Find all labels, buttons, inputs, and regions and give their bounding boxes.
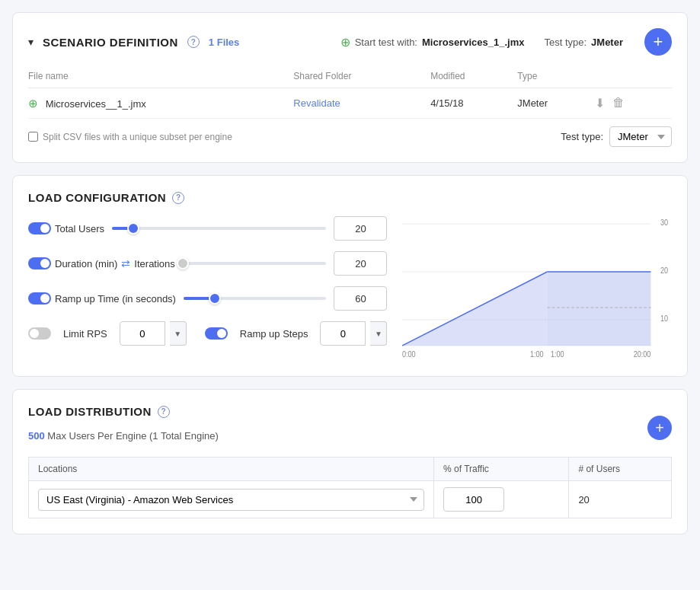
svg-text:1:00: 1:00 bbox=[551, 350, 564, 359]
test-type-select-label: Test type: bbox=[561, 131, 603, 142]
start-test-filename: Microservices_1_.jmx bbox=[422, 37, 524, 48]
duration-switch[interactable] bbox=[28, 257, 51, 269]
collapse-chevron[interactable]: ▾ bbox=[28, 36, 34, 48]
ramp-steps-dropdown-btn[interactable]: ▼ bbox=[370, 321, 387, 346]
file-name: Microservices__1_.jmx bbox=[46, 98, 146, 110]
chart-wrapper: 30 20 10 bbox=[402, 216, 672, 361]
limit-rps-dropdown-btn[interactable]: ▼ bbox=[170, 321, 187, 346]
slider-thumb[interactable] bbox=[127, 222, 139, 234]
dist-add-button[interactable]: + bbox=[647, 416, 672, 440]
ramp-up-knob bbox=[40, 294, 50, 303]
test-type-divider-label: Test type: bbox=[544, 37, 587, 48]
traffic-input[interactable]: 100 bbox=[443, 487, 504, 512]
load-dist-title: LOAD DISTRIBUTION ? bbox=[28, 405, 219, 418]
file-action-buttons: ⬇ 🗑 bbox=[595, 96, 666, 110]
ramp-up-track bbox=[184, 297, 326, 300]
split-csv-checkbox[interactable] bbox=[28, 132, 38, 142]
total-users-knob bbox=[40, 224, 50, 233]
col-filename: File name bbox=[28, 68, 293, 88]
scenario-help-icon[interactable]: ? bbox=[187, 36, 200, 48]
ramp-up-row: Ramp up Time (in seconds) 60 bbox=[28, 286, 387, 311]
ramp-up-switch[interactable] bbox=[28, 292, 51, 305]
limit-rps-toggle[interactable] bbox=[28, 327, 51, 340]
modified-cell: 4/15/18 bbox=[430, 88, 517, 119]
dist-col-users: # of Users bbox=[569, 458, 672, 481]
max-users-highlight: 500 bbox=[28, 430, 45, 442]
limit-rps-input[interactable]: 0 bbox=[120, 321, 165, 346]
dist-col-location: Locations bbox=[29, 458, 434, 481]
slider-track bbox=[112, 227, 326, 230]
total-users-row: Total Users 20 bbox=[28, 216, 387, 241]
load-config-body: Total Users 20 bbox=[28, 216, 672, 361]
split-csv-label[interactable]: Split CSV files with a unique subset per… bbox=[28, 132, 232, 142]
duration-toggle[interactable]: Duration (min) ⇄ Iterations bbox=[28, 257, 175, 269]
max-users-rest: Max Users Per Engine (1 Total Engine) bbox=[47, 430, 218, 442]
limit-rps-control: 0 ▼ bbox=[120, 321, 187, 346]
ramp-steps-input[interactable]: 0 bbox=[320, 321, 366, 346]
total-users-toggle[interactable]: Total Users bbox=[28, 222, 104, 234]
users-value: 20 bbox=[578, 494, 589, 505]
file-status-icon: ⊕ bbox=[28, 97, 38, 110]
duration-row: Duration (min) ⇄ Iterations 20 bbox=[28, 251, 387, 276]
hold-area bbox=[548, 272, 651, 346]
svg-text:0:00: 0:00 bbox=[402, 350, 416, 359]
ramp-up-slider[interactable] bbox=[184, 291, 326, 306]
ramp-up-thumb[interactable] bbox=[209, 292, 221, 305]
file-table: File name Shared Folder Modified Type ⊕ … bbox=[28, 68, 672, 119]
duration-track bbox=[183, 262, 327, 265]
green-status-icon: ⊕ bbox=[340, 35, 350, 49]
limit-rps-switch[interactable] bbox=[28, 327, 51, 340]
total-users-label: Total Users bbox=[55, 223, 104, 234]
table-row: ⊕ Microservices__1_.jmx Revalidate 4/15/… bbox=[28, 88, 672, 119]
users-cell: 20 bbox=[569, 481, 672, 518]
col-modified: Modified bbox=[430, 68, 517, 88]
duration-slider[interactable] bbox=[183, 256, 327, 271]
delete-icon[interactable]: 🗑 bbox=[612, 96, 625, 110]
load-controls: Total Users 20 bbox=[28, 216, 387, 361]
dist-table-row: US East (Virginia) - Amazon Web Services… bbox=[29, 481, 672, 518]
load-distribution-card: LOAD DISTRIBUTION ? 500 Max Users Per En… bbox=[12, 389, 688, 534]
test-type-value: JMeter bbox=[591, 37, 623, 48]
split-csv-text: Split CSV files with a unique subset per… bbox=[43, 132, 232, 142]
load-dist-header: LOAD DISTRIBUTION ? 500 Max Users Per En… bbox=[28, 405, 219, 451]
load-dist-help-icon[interactable]: ? bbox=[158, 406, 170, 418]
dist-col-traffic: % of Traffic bbox=[434, 458, 569, 481]
col-shared: Shared Folder bbox=[293, 68, 430, 88]
ramp-steps-toggle[interactable] bbox=[205, 327, 228, 340]
svg-text:30: 30 bbox=[660, 218, 668, 228]
download-icon[interactable]: ⬇ bbox=[595, 96, 605, 110]
limit-rps-label: Limit RPS bbox=[63, 328, 107, 340]
file-actions-cell: ⬇ 🗑 bbox=[595, 88, 672, 119]
revalidate-link[interactable]: Revalidate bbox=[293, 97, 340, 109]
start-test-info: ⊕ Start test with: Microservices_1_.jmx … bbox=[340, 35, 623, 49]
ramp-up-input[interactable]: 60 bbox=[334, 286, 387, 311]
load-config-help-icon[interactable]: ? bbox=[172, 192, 184, 204]
iterations-label: Iterations bbox=[134, 258, 174, 269]
load-chart: 30 20 10 bbox=[402, 216, 672, 361]
chart-area: 30 20 10 bbox=[402, 216, 672, 361]
total-users-switch[interactable] bbox=[28, 222, 51, 234]
traffic-cell: 100 bbox=[434, 481, 569, 518]
test-type-select[interactable]: JMeter Gatling Taurus bbox=[609, 126, 672, 147]
ramp-up-label: Ramp up Time (in seconds) bbox=[55, 293, 176, 305]
duration-knob bbox=[40, 259, 50, 268]
ramp-steps-label: Ramp up Steps bbox=[240, 328, 308, 340]
limit-rps-knob bbox=[30, 329, 39, 338]
file-name-cell: ⊕ Microservices__1_.jmx bbox=[28, 88, 293, 119]
swap-icon[interactable]: ⇄ bbox=[121, 257, 130, 269]
location-select[interactable]: US East (Virginia) - Amazon Web Services… bbox=[38, 489, 424, 511]
total-users-input[interactable]: 20 bbox=[334, 216, 387, 241]
total-users-slider[interactable] bbox=[112, 221, 326, 236]
ramp-up-toggle[interactable]: Ramp up Time (in seconds) bbox=[28, 292, 176, 305]
ramp-steps-switch[interactable] bbox=[205, 327, 228, 340]
scenario-add-button[interactable]: + bbox=[644, 28, 672, 56]
start-test-label: Start test with: bbox=[355, 37, 417, 48]
svg-text:10: 10 bbox=[660, 314, 668, 324]
svg-text:1:00: 1:00 bbox=[530, 350, 544, 359]
svg-text:20: 20 bbox=[660, 266, 668, 276]
ramp-steps-knob bbox=[217, 329, 226, 338]
duration-thumb[interactable] bbox=[177, 257, 189, 269]
duration-input[interactable]: 20 bbox=[334, 251, 387, 276]
col-type: Type bbox=[517, 68, 595, 88]
files-link[interactable]: 1 Files bbox=[209, 37, 239, 48]
